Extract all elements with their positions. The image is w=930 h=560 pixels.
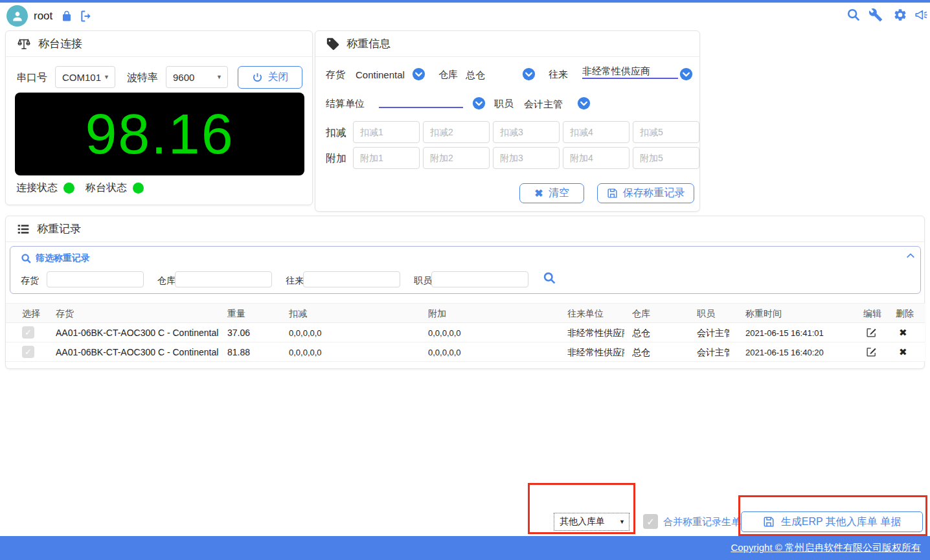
delete-icon[interactable]: ✖ bbox=[899, 327, 907, 339]
extra-input-5[interactable] bbox=[633, 147, 699, 169]
edit-icon[interactable] bbox=[866, 346, 877, 357]
weight-display: 98.16 bbox=[15, 93, 304, 175]
logout-icon[interactable] bbox=[79, 10, 93, 23]
weight-value: 98.16 bbox=[85, 101, 234, 167]
filter-counterparty-input[interactable] bbox=[303, 271, 400, 287]
filter-title[interactable]: 筛选称重记录 bbox=[21, 252, 90, 264]
check-icon: ✓ bbox=[646, 516, 655, 528]
balance-scale-icon bbox=[16, 37, 32, 51]
cell-inventory: AA01-06BK-CT-AOC300 C - Continental bbox=[56, 347, 223, 357]
col-warehouse: 仓库 bbox=[632, 308, 650, 320]
settlement-unit-label: 结算单位 bbox=[326, 98, 365, 110]
clear-button[interactable]: ✖ 清空 bbox=[519, 183, 584, 203]
check-icon: ✓ bbox=[25, 347, 32, 357]
extra-input-2[interactable] bbox=[423, 147, 490, 169]
cell-warehouse: 总仓 bbox=[632, 328, 650, 339]
deduct-input-2[interactable] bbox=[423, 121, 490, 143]
filter-warehouse-input[interactable] bbox=[175, 271, 272, 287]
warehouse-dropdown-icon[interactable] bbox=[522, 67, 536, 81]
cell-deduct: 0,0,0,0,0 bbox=[289, 328, 322, 338]
cell-warehouse: 总仓 bbox=[632, 347, 650, 359]
tag-icon bbox=[326, 37, 340, 51]
close-connection-button[interactable]: 关闭 bbox=[238, 66, 302, 89]
row-checkbox[interactable]: ✓ bbox=[22, 326, 34, 339]
deduct-input-1[interactable] bbox=[353, 121, 420, 143]
delete-icon[interactable]: ✖ bbox=[899, 346, 907, 358]
x-icon: ✖ bbox=[534, 187, 543, 199]
merge-records-label: 合并称重记录生单 bbox=[663, 516, 741, 528]
username-label: root bbox=[34, 10, 52, 23]
warehouse-value: 总仓 bbox=[466, 69, 485, 82]
cell-time: 2021-06-15 16:40:20 bbox=[745, 348, 824, 357]
serial-port-select[interactable]: COM101 ▼ bbox=[55, 66, 115, 88]
save-weigh-record-button[interactable]: 保存称重记录 bbox=[597, 183, 694, 203]
cell-staff: 会计主管 bbox=[697, 328, 729, 339]
top-bar: root bbox=[0, 3, 930, 30]
filter-staff-input[interactable] bbox=[431, 271, 528, 287]
table-row: ✓ AA01-06BK-CT-AOC300 C - Continental 37… bbox=[6, 323, 925, 342]
megaphone-icon[interactable] bbox=[914, 8, 929, 23]
search-icon[interactable] bbox=[846, 8, 862, 23]
deduct-input-5[interactable] bbox=[633, 121, 699, 143]
list-icon bbox=[16, 223, 30, 236]
filter-inventory-input[interactable] bbox=[47, 271, 144, 287]
chevron-down-icon: ▼ bbox=[619, 519, 625, 525]
person-icon bbox=[11, 10, 24, 23]
merge-records-checkbox[interactable]: ✓ bbox=[643, 514, 658, 529]
row-checkbox[interactable]: ✓ bbox=[22, 346, 34, 358]
warehouse-label: 仓库 bbox=[438, 69, 458, 81]
cell-weight: 37.06 bbox=[227, 328, 250, 338]
col-extra: 附加 bbox=[428, 308, 446, 320]
filter-box: 筛选称重记录 存货 仓库 往来 职员 bbox=[10, 246, 921, 294]
extra-input-3[interactable] bbox=[493, 147, 560, 169]
info-panel-title: 称重信息 bbox=[346, 36, 391, 51]
col-weight: 重量 bbox=[227, 308, 245, 320]
counterparty-dropdown-icon[interactable] bbox=[679, 67, 693, 81]
connection-status-dot bbox=[63, 183, 74, 194]
lock-icon[interactable] bbox=[61, 10, 73, 23]
filter-warehouse-label: 仓库 bbox=[157, 275, 176, 287]
col-time: 称重时间 bbox=[745, 308, 782, 320]
staff-label: 职员 bbox=[494, 98, 514, 110]
deduct-input-4[interactable] bbox=[563, 121, 629, 143]
inventory-dropdown-icon[interactable] bbox=[412, 67, 425, 81]
edit-icon[interactable] bbox=[866, 327, 877, 338]
check-icon: ✓ bbox=[25, 328, 32, 337]
scale-status-dot bbox=[133, 183, 144, 194]
filter-inventory-label: 存货 bbox=[21, 275, 39, 287]
doc-type-select[interactable]: 其他入库单 ▼ bbox=[554, 513, 629, 531]
save-icon bbox=[763, 516, 775, 528]
chevron-down-icon: ▼ bbox=[104, 74, 109, 80]
deduct-input-3[interactable] bbox=[493, 121, 560, 143]
cell-time: 2021-06-15 16:41:01 bbox=[745, 328, 824, 338]
footer-bar: Copyright © 常州启冉软件有限公司版权所有 bbox=[0, 536, 930, 560]
cell-staff: 会计主管 bbox=[697, 347, 729, 359]
weigh-records-panel: 称重记录 筛选称重记录 存货 仓库 往来 职员 选择 存货 bbox=[5, 216, 925, 369]
baud-rate-select[interactable]: 9600 ▼ bbox=[166, 66, 228, 88]
staff-dropdown-icon[interactable] bbox=[577, 96, 591, 110]
records-panel-title: 称重记录 bbox=[37, 221, 81, 236]
cell-extra: 0,0,0,0,0 bbox=[428, 328, 461, 338]
collapse-chevron-up-icon[interactable] bbox=[905, 252, 916, 260]
settlement-unit-input[interactable] bbox=[379, 94, 463, 108]
counterparty-input[interactable] bbox=[582, 65, 678, 79]
table-row: ✓ AA01-06BK-CT-AOC300 C - Continental 81… bbox=[6, 342, 925, 362]
inventory-value: Continental bbox=[356, 69, 405, 80]
gear-icon[interactable] bbox=[893, 8, 909, 23]
filter-search-icon[interactable] bbox=[543, 271, 556, 285]
col-select: 选择 bbox=[22, 308, 40, 320]
extra-input-1[interactable] bbox=[353, 147, 420, 169]
col-staff: 职员 bbox=[697, 308, 715, 320]
generate-erp-button[interactable]: 生成ERP 其他入库单 单据 bbox=[741, 511, 923, 532]
col-counterparty: 往来单位 bbox=[567, 308, 604, 320]
extra-input-4[interactable] bbox=[563, 147, 629, 169]
serial-port-label: 串口号 bbox=[16, 71, 47, 85]
deduct-label: 扣减 bbox=[326, 126, 346, 140]
settlement-dropdown-icon[interactable] bbox=[472, 96, 486, 110]
copyright-link[interactable]: Copyright © 常州启冉软件有限公司版权所有 bbox=[731, 542, 921, 554]
col-deduct: 扣减 bbox=[289, 308, 307, 320]
cell-extra: 0,0,0,0,0 bbox=[428, 348, 461, 357]
wrench-icon[interactable] bbox=[868, 8, 884, 23]
weigh-info-panel: 称重信息 存货 Continental 仓库 总仓 往来 结算单位 职员 会计主… bbox=[315, 30, 700, 212]
user-avatar[interactable] bbox=[6, 5, 28, 27]
